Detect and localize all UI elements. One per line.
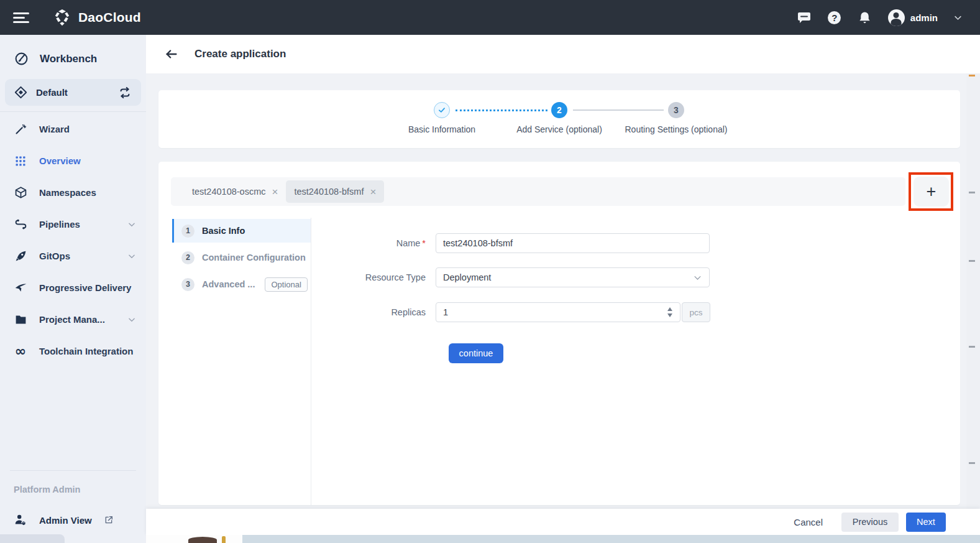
workbench-label: Workbench [40, 53, 97, 65]
sidebar-item-label: Wizard [39, 124, 70, 134]
number-stepper[interactable] [667, 302, 676, 322]
previous-button[interactable]: Previous [841, 513, 899, 532]
chevron-down-icon [127, 315, 136, 324]
scrollbar-mark [969, 192, 975, 193]
chevron-down-icon [127, 220, 136, 229]
avatar-icon [888, 9, 905, 26]
brand[interactable]: DaoCloud [53, 8, 141, 27]
name-label: Name* [311, 238, 436, 248]
help-icon[interactable]: ? [827, 10, 842, 25]
resource-type-value: Deployment [443, 272, 491, 282]
close-icon[interactable]: × [272, 187, 278, 197]
sidebar-divider [0, 111, 146, 112]
stepper-up-icon[interactable] [667, 307, 672, 311]
continue-button[interactable]: continue [449, 343, 503, 363]
workspace-icon [14, 86, 27, 99]
step-label: Routing Settings (optional) [602, 124, 751, 134]
notification-bell-icon[interactable] [858, 10, 872, 25]
subnav-label: Container Configuration [202, 253, 306, 262]
cutoff-image-fragment [188, 537, 217, 543]
resource-type-label: Resource Type [311, 272, 436, 282]
sidebar-item-wizard[interactable]: Wizard [0, 113, 146, 145]
cutoff-image-fragment [222, 536, 226, 543]
optional-badge: Optional [265, 277, 307, 292]
paper-plane-icon [14, 281, 27, 294]
cube-icon [14, 186, 27, 199]
replicas-unit: pcs [682, 302, 710, 322]
sidebar-item-label: Project Mana... [39, 314, 105, 325]
chevron-down-icon [127, 252, 136, 261]
main-content: Create application Basic Information 2 A… [146, 35, 980, 543]
infinity-icon: ∞ [14, 345, 27, 358]
sidebar-item-toolchain-integration[interactable]: ∞ Toolchain Integration [0, 335, 146, 367]
resource-type-field-row: Resource Type Deployment [311, 267, 710, 287]
sidebar-item-project-management[interactable]: Project Mana... [0, 304, 146, 335]
stepper-down-icon[interactable] [667, 313, 672, 317]
sidebar-item-overview[interactable]: Overview [0, 145, 146, 177]
admin-user-icon [14, 513, 27, 527]
step-routing-settings: 3 Routing Settings (optional) [602, 90, 751, 134]
subnav-label: Advanced ... [202, 279, 255, 289]
next-button[interactable]: Next [906, 513, 946, 532]
scrollbar-track[interactable] [966, 73, 980, 509]
page-header: Create application [146, 35, 980, 73]
tab-test240108-oscmc[interactable]: test240108-oscmc × [184, 180, 286, 203]
close-icon[interactable]: × [370, 187, 376, 197]
sidebar-item-label: Toolchain Integration [39, 346, 133, 356]
user-name: admin [910, 12, 938, 23]
cancel-button[interactable]: Cancel [794, 517, 823, 527]
message-icon[interactable] [797, 10, 812, 25]
form-subnav: 1 Basic Info 2 Container Configuration 3… [172, 219, 311, 296]
workspace-label: Default [36, 87, 68, 98]
bottom-cutoff-strip [146, 535, 980, 543]
sidebar-item-gitops[interactable]: GitOps [0, 240, 146, 272]
tab-test240108-bfsmf[interactable]: test240108-bfsmf × [286, 180, 384, 203]
grid-dots-icon [14, 155, 27, 167]
service-tabs-bar: test240108-oscmc × test240108-bfsmf × [171, 177, 905, 206]
replicas-input[interactable] [436, 302, 680, 322]
subnav-step-number: 1 [181, 225, 195, 238]
folder-icon [14, 313, 27, 326]
sidebar-foot-tab [0, 534, 65, 543]
subnav-item-basic-info[interactable]: 1 Basic Info [172, 219, 311, 243]
sidebar-item-workbench[interactable]: Workbench [0, 35, 146, 77]
add-service-button[interactable]: + [914, 177, 949, 207]
sidebar-item-label: GitOps [39, 251, 70, 261]
bottom-strip-white-segment [146, 535, 242, 543]
replicas-field-row: Replicas pcs [311, 302, 710, 322]
user-menu[interactable]: admin [888, 9, 963, 26]
subnav-item-advanced[interactable]: 3 Advanced ... Optional [172, 272, 311, 296]
step-check-icon [434, 102, 450, 118]
app-root: DaoCloud ? admin [0, 0, 980, 543]
tab-label: test240108-bfsmf [294, 187, 364, 197]
sidebar-item-admin-view[interactable]: Admin View [0, 494, 146, 534]
scrollbar-mark [969, 260, 975, 262]
sidebar-item-progressive-delivery[interactable]: Progressive Delivery [0, 272, 146, 304]
name-field-row: Name* [311, 233, 710, 253]
top-bar: DaoCloud ? admin [0, 0, 980, 35]
subnav-step-number: 2 [181, 251, 195, 264]
name-input[interactable] [436, 233, 710, 253]
chevron-down-icon [953, 13, 963, 22]
platform-admin-label: Platform Admin [0, 471, 146, 494]
resource-type-select[interactable]: Deployment [436, 267, 710, 287]
sidebar-item-pipelines[interactable]: Pipelines [0, 208, 146, 240]
sidebar-item-namespaces[interactable]: Namespaces [0, 177, 146, 208]
workspace-selector[interactable]: Default [5, 79, 141, 106]
back-arrow-icon[interactable] [165, 47, 178, 61]
subnav-step-number: 3 [181, 278, 195, 291]
stepper-card: Basic Information 2 Add Service (optiona… [158, 90, 960, 148]
sidebar-item-label: Namespaces [39, 187, 96, 198]
topbar-actions: ? admin [797, 9, 980, 26]
required-asterisk: * [422, 238, 426, 248]
subnav-label: Basic Info [202, 226, 245, 236]
rocket-icon [14, 249, 27, 262]
daocloud-logo-icon [53, 8, 71, 27]
sidebar: Workbench Default [0, 35, 146, 543]
external-link-icon [104, 515, 114, 525]
hamburger-menu-icon[interactable] [13, 10, 29, 26]
switch-workspace-icon[interactable] [118, 86, 132, 100]
step-number: 2 [551, 102, 567, 118]
page-title: Create application [195, 48, 286, 60]
subnav-item-container-configuration[interactable]: 2 Container Configuration [172, 246, 311, 269]
